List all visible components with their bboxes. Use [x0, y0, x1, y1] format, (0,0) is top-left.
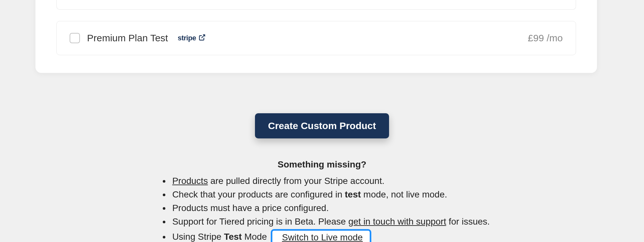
support-link[interactable]: get in touch with support	[348, 217, 446, 227]
svg-line-0	[201, 35, 205, 38]
help-heading: Something missing?	[278, 159, 366, 170]
product-name: Premium Plan Test	[87, 33, 168, 44]
help-item-products: Products are pulled directly from your S…	[170, 174, 490, 188]
external-link-icon	[199, 34, 206, 42]
help-item-tiered: Support for Tiered pricing is in Beta. P…	[170, 215, 490, 228]
help-text: Support for Tiered pricing is in Beta. P…	[172, 217, 348, 227]
help-list: Products are pulled directly from your S…	[154, 174, 490, 242]
product-checkbox[interactable]	[70, 33, 80, 43]
help-text: Check that your products are configured …	[172, 189, 345, 199]
product-price: £99 /mo	[528, 33, 563, 44]
help-text: Using Stripe	[172, 232, 224, 242]
help-text: Mode	[242, 232, 269, 242]
help-text-bold: test	[345, 189, 361, 199]
create-custom-product-button[interactable]: Create Custom Product	[255, 113, 389, 138]
main-panel: Premium Plan Test stripe £99 /mo	[35, 0, 597, 73]
product-card: Premium Plan Test stripe £99 /mo	[56, 21, 576, 55]
product-card-cut	[56, 0, 576, 10]
help-text: Products must have a price configured.	[172, 203, 329, 213]
help-item-testmode: Check that your products are configured …	[170, 188, 490, 201]
help-text: are pulled directly from your Stripe acc…	[208, 176, 385, 186]
products-link[interactable]: Products	[172, 176, 208, 186]
help-item-mode: Using Stripe Test Mode Switch to Live mo…	[170, 228, 490, 242]
stripe-logo: stripe	[178, 34, 196, 42]
help-text-bold: Test	[224, 232, 242, 242]
stripe-link[interactable]: stripe	[178, 34, 206, 42]
product-left: Premium Plan Test stripe	[70, 33, 206, 44]
switch-to-live-button[interactable]: Switch to Live mode	[271, 229, 372, 242]
help-item-price: Products must have a price configured.	[170, 201, 490, 215]
help-text: for issues.	[446, 217, 490, 227]
help-text: mode, not live mode.	[361, 189, 447, 199]
